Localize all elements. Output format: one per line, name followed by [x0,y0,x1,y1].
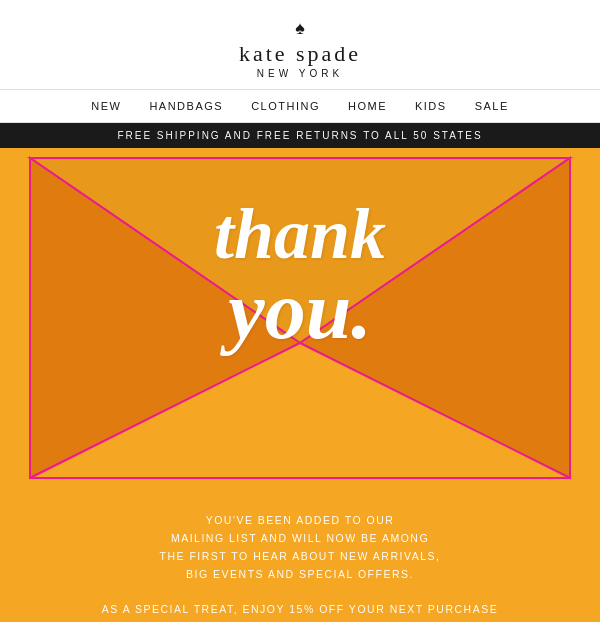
spade-icon: ♠ [0,18,600,39]
header: ♠ kate spade NEW YORK [0,0,600,89]
thank-you-heading: thank you. [0,198,600,352]
envelope-content: YOU'VE BEEN ADDED TO OURMAILING LIST AND… [0,492,600,622]
nav-handbags[interactable]: HANDBAGS [149,100,223,112]
offer-text: AS A SPECIAL TREAT, ENJOY 15% OFF YOUR N… [80,601,520,622]
nav-new[interactable]: NEW [91,100,121,112]
envelope-graphic: thank you. [0,148,600,492]
nav-sale[interactable]: SALE [475,100,509,112]
main-nav: NEW HANDBAGS CLOTHING HOME KIDS SALE [0,89,600,123]
nav-kids[interactable]: KIDS [415,100,447,112]
nav-clothing[interactable]: CLOTHING [251,100,320,112]
promo-banner: FREE SHIPPING AND FREE RETURNS TO ALL 50… [0,123,600,148]
envelope-section: thank you. YOU'VE BEEN ADDED TO OURMAILI… [0,148,600,622]
mailing-text: YOU'VE BEEN ADDED TO OURMAILING LIST AND… [80,512,520,583]
nav-home[interactable]: HOME [348,100,387,112]
brand-name: kate spade [239,41,361,66]
brand-city: NEW YORK [0,68,600,79]
